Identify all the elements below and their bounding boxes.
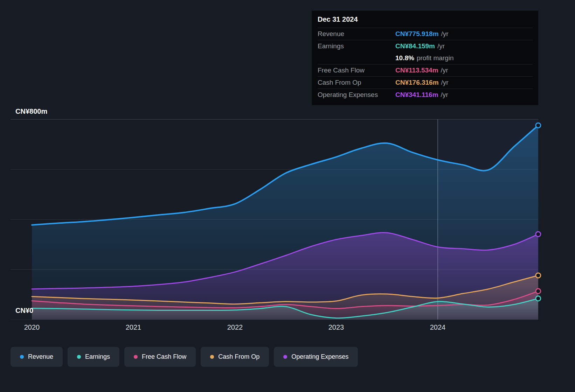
tooltip-value: CN¥84.159m/yr <box>395 42 445 50</box>
tooltip-label: Cash From Op <box>318 79 395 86</box>
legend-item-operating-expenses[interactable]: Operating Expenses <box>274 347 358 367</box>
legend-label: Earnings <box>85 353 110 360</box>
legend-item-cash-from-op[interactable]: Cash From Op <box>201 347 269 367</box>
legend-item-earnings[interactable]: Earnings <box>68 347 119 367</box>
operating-expenses-endpoint-dot <box>536 232 541 237</box>
tooltip-row-operating-expenses: Operating Expenses CN¥341.116m/yr <box>318 89 533 101</box>
legend-dot-earnings <box>77 355 81 359</box>
cash-from-op-endpoint-dot <box>536 273 541 278</box>
x-tick-2021: 2021 <box>126 323 141 331</box>
legend-label: Revenue <box>28 353 53 360</box>
tooltip-value: CN¥113.534m/yr <box>395 66 448 74</box>
tooltip-row-revenue: Revenue CN¥775.918m/yr <box>318 28 533 40</box>
tooltip-label: Operating Expenses <box>318 91 395 99</box>
legend-label: Operating Expenses <box>291 353 348 360</box>
earnings-endpoint-dot <box>536 296 541 301</box>
legend-label: Free Cash Flow <box>142 353 186 360</box>
tooltip-label: Free Cash Flow <box>318 66 395 74</box>
x-tick-2023: 2023 <box>328 323 344 331</box>
tooltip-label: Earnings <box>318 42 395 50</box>
x-tick-2020: 2020 <box>24 323 40 331</box>
legend-dot-revenue <box>20 355 24 359</box>
tooltip-row-free-cash-flow: Free Cash Flow CN¥113.534m/yr <box>318 64 533 76</box>
legend-item-free-cash-flow[interactable]: Free Cash Flow <box>124 347 196 367</box>
tooltip-row-cash-from-op: Cash From Op CN¥176.316m/yr <box>318 76 533 89</box>
legend-item-revenue[interactable]: Revenue <box>11 347 63 367</box>
tooltip-panel: Dec 31 2024 Revenue CN¥775.918m/yr Earni… <box>312 10 539 105</box>
stock-financials-chart-page: Dec 31 2024 Revenue CN¥775.918m/yr Earni… <box>0 0 575 392</box>
tooltip-row-profit-margin: 10.8%profit margin <box>318 52 533 64</box>
x-tick-2024: 2024 <box>430 323 446 331</box>
revenue-endpoint-dot <box>536 123 541 128</box>
tooltip-value: CN¥775.918m/yr <box>395 30 449 38</box>
x-tick-2022: 2022 <box>227 323 243 331</box>
legend-dot-cash-from-op <box>210 355 214 359</box>
legend-dot-free-cash-flow <box>134 355 138 359</box>
tooltip-value: 10.8%profit margin <box>395 54 453 62</box>
tooltip-date: Dec 31 2024 <box>318 11 533 28</box>
legend: Revenue Earnings Free Cash Flow Cash Fro… <box>11 347 358 367</box>
y-axis-label-max: CN¥800m <box>15 107 47 115</box>
y-axis-label-zero: CN¥0 <box>15 307 33 315</box>
tooltip-label: Revenue <box>318 30 395 38</box>
tooltip-row-earnings: Earnings CN¥84.159m/yr <box>318 40 533 52</box>
legend-dot-operating-expenses <box>283 355 287 359</box>
tooltip-value: CN¥176.316m/yr <box>395 79 449 86</box>
free-cash-flow-endpoint-dot <box>536 289 541 294</box>
legend-label: Cash From Op <box>218 353 259 360</box>
plot-area <box>11 119 541 320</box>
tooltip-value: CN¥341.116m/yr <box>395 91 448 99</box>
